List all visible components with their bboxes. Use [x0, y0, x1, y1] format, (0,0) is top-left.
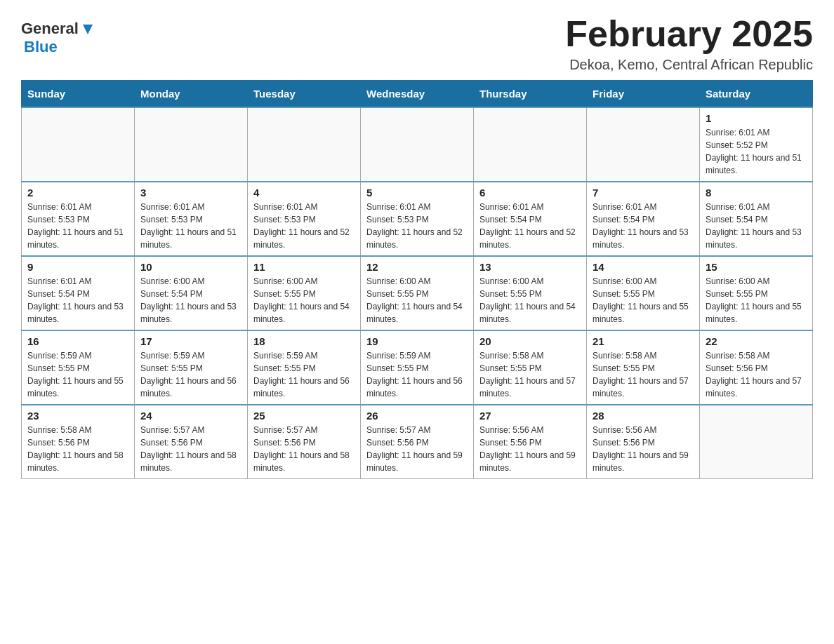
calendar-header-friday: Friday [587, 81, 700, 108]
calendar-cell: 21Sunrise: 5:58 AM Sunset: 5:55 PM Dayli… [587, 330, 700, 405]
page-header: General Blue February 2025 Dekoa, Kemo, … [21, 14, 813, 73]
calendar-cell [361, 107, 474, 182]
calendar-cell: 8Sunrise: 6:01 AM Sunset: 5:54 PM Daylig… [700, 182, 813, 256]
calendar-week-row: 9Sunrise: 6:01 AM Sunset: 5:54 PM Daylig… [22, 256, 813, 330]
logo-arrow-icon [80, 22, 95, 37]
day-info: Sunrise: 6:00 AM Sunset: 5:55 PM Dayligh… [253, 275, 355, 326]
day-info: Sunrise: 5:59 AM Sunset: 5:55 PM Dayligh… [366, 349, 468, 400]
calendar-cell: 19Sunrise: 5:59 AM Sunset: 5:55 PM Dayli… [361, 330, 474, 405]
day-number: 9 [27, 261, 128, 273]
calendar-cell: 20Sunrise: 5:58 AM Sunset: 5:55 PM Dayli… [474, 330, 587, 405]
day-number: 11 [253, 261, 355, 273]
day-info: Sunrise: 5:56 AM Sunset: 5:56 PM Dayligh… [479, 424, 581, 474]
svg-marker-0 [83, 25, 93, 34]
day-info: Sunrise: 6:00 AM Sunset: 5:55 PM Dayligh… [593, 275, 694, 326]
day-number: 24 [140, 410, 241, 422]
day-number: 1 [706, 112, 807, 124]
day-number: 2 [27, 187, 128, 199]
calendar-cell: 3Sunrise: 6:01 AM Sunset: 5:53 PM Daylig… [135, 182, 248, 256]
calendar-week-row: 2Sunrise: 6:01 AM Sunset: 5:53 PM Daylig… [22, 182, 813, 256]
calendar-cell: 10Sunrise: 6:00 AM Sunset: 5:54 PM Dayli… [135, 256, 248, 330]
calendar-cell [135, 107, 248, 182]
calendar-cell: 15Sunrise: 6:00 AM Sunset: 5:55 PM Dayli… [700, 256, 813, 330]
day-number: 28 [593, 410, 694, 422]
calendar-cell: 4Sunrise: 6:01 AM Sunset: 5:53 PM Daylig… [248, 182, 361, 256]
day-number: 19 [366, 335, 468, 347]
day-info: Sunrise: 6:01 AM Sunset: 5:54 PM Dayligh… [706, 201, 807, 251]
calendar-cell: 28Sunrise: 5:56 AM Sunset: 5:56 PM Dayli… [587, 405, 700, 479]
calendar-cell: 26Sunrise: 5:57 AM Sunset: 5:56 PM Dayli… [361, 405, 474, 479]
day-info: Sunrise: 6:01 AM Sunset: 5:53 PM Dayligh… [140, 201, 241, 251]
calendar-cell: 6Sunrise: 6:01 AM Sunset: 5:54 PM Daylig… [474, 182, 587, 256]
calendar-header-wednesday: Wednesday [361, 81, 474, 108]
day-info: Sunrise: 5:57 AM Sunset: 5:56 PM Dayligh… [253, 424, 355, 474]
calendar-cell: 22Sunrise: 5:58 AM Sunset: 5:56 PM Dayli… [700, 330, 813, 405]
calendar-cell: 2Sunrise: 6:01 AM Sunset: 5:53 PM Daylig… [22, 182, 135, 256]
day-info: Sunrise: 6:01 AM Sunset: 5:54 PM Dayligh… [593, 201, 694, 251]
day-number: 18 [253, 335, 355, 347]
day-info: Sunrise: 6:00 AM Sunset: 5:55 PM Dayligh… [366, 275, 468, 326]
logo-general-text: General [21, 20, 79, 38]
logo-blue-text: Blue [24, 38, 58, 56]
day-number: 6 [479, 187, 581, 199]
calendar-cell: 1Sunrise: 6:01 AM Sunset: 5:52 PM Daylig… [700, 107, 813, 182]
day-number: 17 [140, 335, 241, 347]
day-info: Sunrise: 6:00 AM Sunset: 5:55 PM Dayligh… [706, 275, 807, 326]
day-number: 13 [479, 261, 581, 273]
day-info: Sunrise: 6:01 AM Sunset: 5:53 PM Dayligh… [366, 201, 468, 251]
calendar-cell: 17Sunrise: 5:59 AM Sunset: 5:55 PM Dayli… [135, 330, 248, 405]
day-number: 10 [140, 261, 241, 273]
day-info: Sunrise: 5:59 AM Sunset: 5:55 PM Dayligh… [27, 349, 128, 400]
day-number: 27 [479, 410, 581, 422]
day-info: Sunrise: 5:58 AM Sunset: 5:55 PM Dayligh… [593, 349, 694, 400]
calendar-cell: 9Sunrise: 6:01 AM Sunset: 5:54 PM Daylig… [22, 256, 135, 330]
day-number: 20 [479, 335, 581, 347]
calendar-cell [22, 107, 135, 182]
day-number: 4 [253, 187, 355, 199]
subtitle: Dekoa, Kemo, Central African Republic [565, 57, 813, 73]
logo: General Blue [21, 20, 95, 56]
calendar-cell [700, 405, 813, 479]
calendar-cell: 14Sunrise: 6:00 AM Sunset: 5:55 PM Dayli… [587, 256, 700, 330]
day-number: 8 [706, 187, 807, 199]
day-number: 5 [366, 187, 468, 199]
day-number: 3 [140, 187, 241, 199]
day-info: Sunrise: 6:01 AM Sunset: 5:53 PM Dayligh… [27, 201, 128, 251]
calendar-header-row: SundayMondayTuesdayWednesdayThursdayFrid… [22, 81, 813, 108]
main-title: February 2025 [565, 14, 813, 54]
day-info: Sunrise: 6:01 AM Sunset: 5:53 PM Dayligh… [253, 201, 355, 251]
calendar-cell: 11Sunrise: 6:00 AM Sunset: 5:55 PM Dayli… [248, 256, 361, 330]
calendar-cell: 24Sunrise: 5:57 AM Sunset: 5:56 PM Dayli… [135, 405, 248, 479]
day-number: 7 [593, 187, 694, 199]
day-info: Sunrise: 5:59 AM Sunset: 5:55 PM Dayligh… [253, 349, 355, 400]
day-number: 16 [27, 335, 128, 347]
calendar-week-row: 1Sunrise: 6:01 AM Sunset: 5:52 PM Daylig… [22, 107, 813, 182]
day-info: Sunrise: 5:58 AM Sunset: 5:56 PM Dayligh… [27, 424, 128, 474]
calendar-header-saturday: Saturday [700, 81, 813, 108]
day-number: 14 [593, 261, 694, 273]
title-section: February 2025 Dekoa, Kemo, Central Afric… [565, 14, 813, 73]
calendar-cell: 25Sunrise: 5:57 AM Sunset: 5:56 PM Dayli… [248, 405, 361, 479]
day-info: Sunrise: 5:59 AM Sunset: 5:55 PM Dayligh… [140, 349, 241, 400]
calendar-header-thursday: Thursday [474, 81, 587, 108]
day-info: Sunrise: 5:57 AM Sunset: 5:56 PM Dayligh… [140, 424, 241, 474]
calendar-cell: 27Sunrise: 5:56 AM Sunset: 5:56 PM Dayli… [474, 405, 587, 479]
calendar-cell: 23Sunrise: 5:58 AM Sunset: 5:56 PM Dayli… [22, 405, 135, 479]
calendar-week-row: 23Sunrise: 5:58 AM Sunset: 5:56 PM Dayli… [22, 405, 813, 479]
calendar-cell: 16Sunrise: 5:59 AM Sunset: 5:55 PM Dayli… [22, 330, 135, 405]
day-number: 23 [27, 410, 128, 422]
day-info: Sunrise: 5:58 AM Sunset: 5:55 PM Dayligh… [479, 349, 581, 400]
day-info: Sunrise: 6:01 AM Sunset: 5:54 PM Dayligh… [479, 201, 581, 251]
day-number: 22 [706, 335, 807, 347]
calendar-cell [248, 107, 361, 182]
day-number: 26 [366, 410, 468, 422]
day-info: Sunrise: 5:57 AM Sunset: 5:56 PM Dayligh… [366, 424, 468, 474]
calendar-cell: 5Sunrise: 6:01 AM Sunset: 5:53 PM Daylig… [361, 182, 474, 256]
day-number: 12 [366, 261, 468, 273]
calendar-cell [587, 107, 700, 182]
calendar-header-monday: Monday [135, 81, 248, 108]
day-info: Sunrise: 5:58 AM Sunset: 5:56 PM Dayligh… [706, 349, 807, 400]
calendar-cell [474, 107, 587, 182]
calendar-header-tuesday: Tuesday [248, 81, 361, 108]
calendar-header-sunday: Sunday [22, 81, 135, 108]
